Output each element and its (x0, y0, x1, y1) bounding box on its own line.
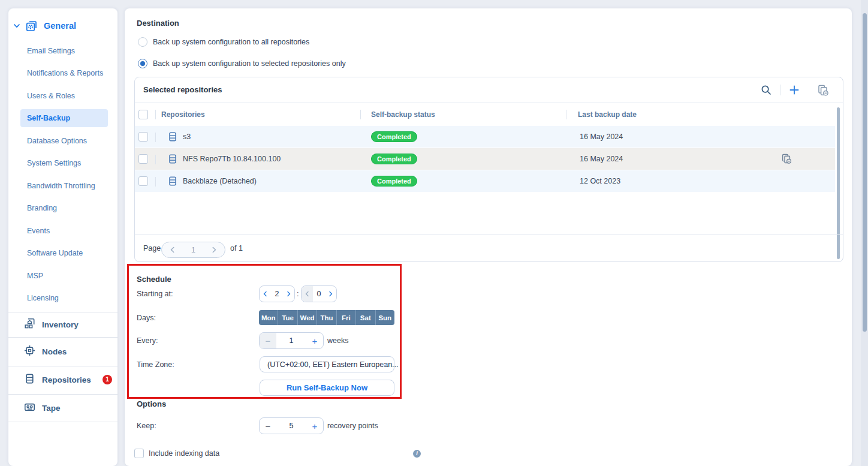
status-badge: Completed (371, 176, 417, 187)
repository-name: NFS Repo7Tb 10.84.100.100 (183, 148, 281, 170)
divider (8, 422, 117, 422)
sidebar-item-email-settings[interactable]: Email Settings (20, 42, 108, 60)
sidebar-item-licensing[interactable]: Licensing (20, 289, 108, 307)
day-toggle-wed[interactable]: Wed (297, 310, 317, 325)
column-header-repositories[interactable]: Repositories (161, 105, 205, 124)
selected-repositories-panel: Selected repositories (134, 77, 843, 262)
repositories-icon (24, 373, 35, 387)
page-prev-icon[interactable] (170, 245, 176, 255)
sidebar-item-inventory[interactable]: Inventory (8, 312, 117, 337)
table-scrollbar[interactable] (837, 107, 840, 259)
general-settings-icon (26, 20, 37, 32)
panel-toolbar (756, 77, 833, 103)
table-row[interactable]: Backblaze (Detached) Completed 12 Oct 20… (135, 170, 835, 192)
radio-selected-repositories-label: Back up system configuration to selected… (153, 59, 346, 68)
search-icon[interactable] (756, 81, 776, 99)
starting-at-label: Starting at: (137, 290, 173, 298)
sidebar-item-self-backup[interactable]: Self-Backup (20, 109, 108, 127)
sidebar-item-events[interactable]: Events (20, 222, 108, 240)
select-all-checkbox[interactable] (138, 110, 148, 119)
column-header-last-backup[interactable]: Last backup date (578, 105, 637, 124)
status-badge: Completed (371, 154, 417, 164)
repository-icon (167, 131, 178, 145)
sidebar-tape-label: Tape (42, 404, 61, 413)
checkbox-icon[interactable] (134, 449, 144, 458)
sidebar: General Email Settings Notifications & R… (8, 8, 117, 466)
sidebar-item-general[interactable]: General (8, 14, 117, 37)
nodes-icon (24, 345, 35, 359)
day-toggle-thu[interactable]: Thu (317, 310, 336, 325)
destination-heading: Destination (137, 19, 179, 28)
sidebar-item-users-roles[interactable]: Users & Roles (20, 87, 108, 105)
sidebar-item-nodes[interactable]: Nodes (8, 337, 117, 366)
column-header-status[interactable]: Self-backup status (371, 105, 435, 124)
sidebar-item-msp[interactable]: MSP (20, 267, 108, 285)
every-unit: weeks (327, 336, 348, 345)
day-toggle-sun[interactable]: Sun (375, 310, 394, 325)
schedule-heading: Schedule (137, 275, 171, 284)
radio-selected-icon[interactable] (138, 59, 147, 68)
days-label: Days: (137, 314, 156, 322)
chevron-down-icon[interactable] (13, 22, 20, 29)
hour-decrement-icon[interactable] (260, 286, 271, 302)
table-row[interactable]: s3 Completed 16 May 2024 (135, 126, 835, 148)
keep-stepper[interactable]: − 5 + (259, 417, 324, 434)
sidebar-item-database-options[interactable]: Database Options (20, 132, 108, 150)
remove-row-icon[interactable] (781, 153, 792, 167)
row-checkbox[interactable] (138, 132, 148, 142)
radio-icon[interactable] (138, 37, 147, 47)
radio-all-repositories[interactable]: Back up system configuration to all repo… (138, 37, 309, 47)
hour-increment-icon[interactable] (283, 286, 294, 302)
include-indexing-checkbox-row[interactable]: Include indexing data (134, 449, 219, 458)
panel-title: Selected repositories (143, 77, 222, 103)
every-decrement-icon[interactable]: − (260, 333, 276, 348)
sidebar-item-software-update[interactable]: Software Update (20, 244, 108, 262)
keep-decrement-icon[interactable]: − (260, 418, 276, 434)
run-self-backup-button[interactable]: Run Self-Backup Now (260, 380, 394, 396)
page-next-icon[interactable] (211, 245, 217, 255)
table-row[interactable]: NFS Repo7Tb 10.84.100.100 Completed 16 M… (135, 148, 835, 170)
day-toggle-mon[interactable]: Mon (259, 310, 278, 325)
hour-value[interactable]: 2 (271, 290, 283, 298)
sidebar-repositories-label: Repositories (42, 375, 91, 384)
add-repository-icon[interactable] (784, 81, 804, 99)
chevron-down-icon (381, 361, 388, 368)
row-checkbox[interactable] (138, 154, 148, 164)
toolbar-divider (780, 85, 780, 95)
time-zone-dropdown[interactable]: (UTC+02:00, EET) Eastern European... (260, 356, 394, 372)
column-divider (155, 177, 156, 187)
every-increment-icon[interactable]: + (306, 333, 323, 348)
time-separator: : (297, 290, 299, 298)
sidebar-item-tape[interactable]: Tape (8, 394, 117, 422)
keep-increment-icon[interactable]: + (306, 418, 323, 434)
inventory-icon (24, 318, 35, 332)
every-stepper[interactable]: − 1 + (259, 332, 324, 349)
sidebar-item-repositories[interactable]: Repositories 1 (8, 366, 117, 394)
day-toggle-tue[interactable]: Tue (278, 310, 297, 325)
row-checkbox[interactable] (138, 176, 148, 186)
sidebar-inventory-label: Inventory (42, 320, 79, 329)
minute-spinner[interactable]: 0 (301, 285, 337, 302)
keep-value[interactable]: 5 (276, 422, 306, 430)
remove-from-schedule-icon[interactable] (813, 81, 833, 99)
sidebar-item-branding[interactable]: Branding (20, 199, 108, 217)
repositories-count-badge: 1 (103, 375, 112, 384)
window-scrollbar-thumb[interactable] (863, 13, 867, 332)
minute-increment-icon[interactable] (325, 286, 336, 302)
info-icon[interactable]: i (413, 450, 421, 458)
highlight-rectangle (127, 264, 402, 399)
minute-value[interactable]: 0 (313, 290, 325, 298)
sidebar-general-label: General (44, 21, 76, 31)
repository-icon (167, 176, 178, 189)
day-toggle-fri[interactable]: Fri (336, 310, 355, 325)
every-value[interactable]: 1 (276, 336, 306, 345)
page-number-input[interactable]: 1 (191, 246, 195, 254)
sidebar-item-notifications-reports[interactable]: Notifications & Reports (20, 64, 108, 82)
minute-decrement-icon[interactable] (302, 286, 313, 302)
radio-selected-repositories[interactable]: Back up system configuration to selected… (138, 59, 346, 68)
sidebar-item-system-settings[interactable]: System Settings (20, 154, 108, 172)
main-panel: Destination Back up system configuration… (125, 8, 852, 466)
hour-spinner[interactable]: 2 (259, 285, 295, 302)
day-toggle-sat[interactable]: Sat (355, 310, 375, 325)
sidebar-item-bandwidth-throttling[interactable]: Bandwidth Throttling (20, 177, 108, 195)
